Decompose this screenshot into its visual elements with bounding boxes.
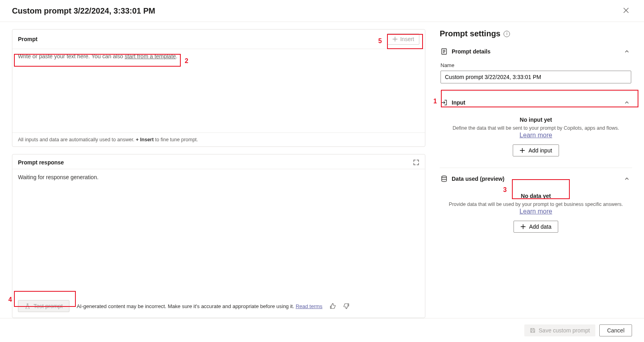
test-prompt-label: Test prompt (34, 303, 63, 309)
read-terms-link[interactable]: Read terms (296, 303, 322, 309)
dialog-footer: Save custom prompt Cancel (0, 318, 644, 342)
prompt-placeholder-prefix: Write or paste your text here. You can a… (18, 53, 124, 59)
plus-icon (392, 36, 398, 42)
dialog-title: Custom prompt 3/22/2024, 3:33:01 PM (12, 6, 155, 16)
response-panel: Prompt response Waiting for response gen… (12, 154, 425, 318)
save-button-label: Save custom prompt (539, 327, 590, 334)
input-empty-desc: Define the data that will be sent to you… (444, 125, 627, 131)
prompt-panel: Prompt Insert Write or paste your text h… (12, 29, 425, 147)
settings-title: Prompt settings (440, 29, 500, 38)
section-header-data[interactable]: Data used (preview) (440, 168, 632, 190)
prompt-footer-hint: All inputs and data are automatically us… (12, 132, 425, 146)
settings-sidebar: Prompt settings i Prompt details Name In… (433, 22, 644, 318)
info-icon[interactable]: i (504, 31, 510, 37)
plus-icon (520, 148, 525, 153)
data-empty-desc: Provide data that will be used by your p… (444, 202, 627, 207)
test-prompt-button[interactable]: Test prompt (18, 300, 69, 312)
dialog-header: Custom prompt 3/22/2024, 3:33:01 PM (0, 0, 644, 22)
prompt-section-label: Prompt (18, 36, 38, 42)
flask-icon (25, 303, 30, 309)
input-empty-title: No input yet (444, 117, 627, 123)
data-learn-more-link[interactable]: Learn more (520, 208, 552, 215)
cancel-button[interactable]: Cancel (599, 324, 632, 336)
prompt-editor[interactable]: Write or paste your text here. You can a… (12, 49, 425, 132)
add-data-button[interactable]: Add data (514, 221, 558, 233)
prompt-placeholder-suffix: . (176, 53, 178, 59)
add-input-label: Add input (528, 147, 552, 154)
add-data-label: Add data (529, 223, 551, 230)
chevron-up-icon (624, 100, 630, 105)
save-custom-prompt-button[interactable]: Save custom prompt (524, 324, 595, 336)
insert-button-label: Insert (400, 36, 414, 42)
expand-icon[interactable] (413, 159, 419, 166)
add-input-button[interactable]: Add input (513, 144, 559, 156)
database-icon (441, 175, 448, 182)
data-empty-title: No data yet (444, 193, 627, 199)
input-learn-more-link[interactable]: Learn more (520, 132, 552, 138)
plus-icon (520, 224, 526, 229)
start-from-template-link[interactable]: start from a template (124, 53, 176, 59)
save-icon (530, 328, 535, 333)
thumbs-up-icon[interactable] (330, 303, 336, 309)
chevron-up-icon (624, 176, 630, 182)
chevron-up-icon (624, 49, 630, 54)
name-input[interactable] (441, 71, 631, 83)
section-header-input[interactable]: Input (440, 92, 632, 113)
input-icon (441, 99, 448, 106)
close-icon (623, 8, 629, 13)
section-prompt-details: Prompt details Name (440, 41, 632, 92)
section-input: Input No input yet Define the data that … (440, 92, 632, 168)
ai-disclaimer: AI-generated content may be incorrect. M… (77, 303, 322, 309)
name-field-label: Name (441, 62, 631, 68)
response-section-label: Prompt response (18, 159, 64, 166)
svg-point-1 (442, 176, 446, 178)
close-button[interactable] (620, 5, 632, 17)
insert-button[interactable]: Insert (387, 34, 419, 45)
response-waiting-text: Waiting for response generation. (12, 169, 425, 296)
details-icon (441, 48, 448, 55)
thumbs-down-icon[interactable] (343, 303, 350, 309)
section-data-used: Data used (preview) No data yet Provide … (440, 168, 632, 244)
section-header-details[interactable]: Prompt details (440, 41, 632, 62)
